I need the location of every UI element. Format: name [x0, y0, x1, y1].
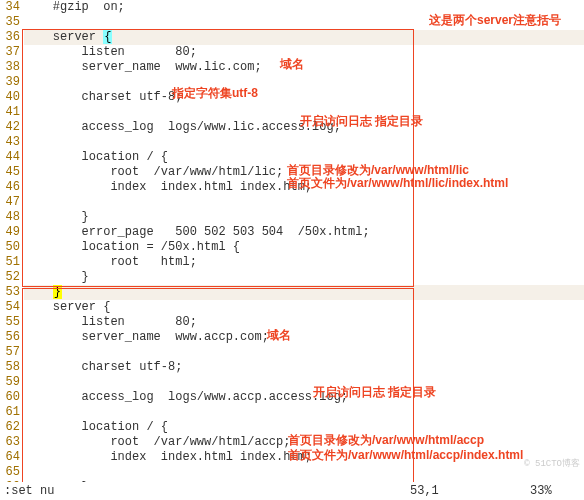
code-line[interactable]	[24, 345, 584, 360]
code-line[interactable]: server_name www.lic.com;	[24, 60, 584, 75]
line-number: 44	[0, 150, 20, 165]
cursor-position: 53,1	[410, 484, 530, 498]
line-number: 63	[0, 435, 20, 450]
line-number: 62	[0, 420, 20, 435]
line-number: 51	[0, 255, 20, 270]
vim-command: :set nu	[4, 484, 410, 498]
code-line[interactable]: root /var/www/html/lic;	[24, 165, 584, 180]
line-number: 35	[0, 15, 20, 30]
code-line[interactable]	[24, 405, 584, 420]
code-line[interactable]: index index.html index.htm;	[24, 450, 584, 465]
line-number: 39	[0, 75, 20, 90]
code-line[interactable]: }	[24, 285, 584, 300]
code-editor[interactable]: 3435363738394041424344454647484950515253…	[0, 0, 584, 500]
line-number: 58	[0, 360, 20, 375]
code-line[interactable]	[24, 15, 584, 30]
code-line[interactable]: server {	[24, 300, 584, 315]
code-line[interactable]	[24, 75, 584, 90]
line-number: 42	[0, 120, 20, 135]
code-line[interactable]: charset utf-8;	[24, 360, 584, 375]
code-line[interactable]: root html;	[24, 255, 584, 270]
line-number: 47	[0, 195, 20, 210]
code-line[interactable]: access_log logs/www.lic.access.log;	[24, 120, 584, 135]
code-line[interactable]: root /var/www/html/accp;	[24, 435, 584, 450]
line-number: 49	[0, 225, 20, 240]
code-line[interactable]: }	[24, 210, 584, 225]
vim-status-bar: :set nu 53,1 33%	[0, 482, 584, 500]
line-number: 50	[0, 240, 20, 255]
line-number: 36	[0, 30, 20, 45]
line-number: 41	[0, 105, 20, 120]
code-line[interactable]: index index.html index.htm;	[24, 180, 584, 195]
line-number-gutter: 3435363738394041424344454647484950515253…	[0, 0, 24, 500]
line-number: 59	[0, 375, 20, 390]
code-line[interactable]: #gzip on;	[24, 0, 584, 15]
code-line[interactable]: charset utf-8;	[24, 90, 584, 105]
line-number: 57	[0, 345, 20, 360]
code-line[interactable]: access_log logs/www.accp.access.log;	[24, 390, 584, 405]
line-number: 43	[0, 135, 20, 150]
scroll-percent: 33%	[530, 484, 580, 498]
line-number: 34	[0, 0, 20, 15]
line-number: 54	[0, 300, 20, 315]
code-line[interactable]	[24, 135, 584, 150]
line-number: 64	[0, 450, 20, 465]
code-line[interactable]: error_page 500 502 503 504 /50x.html;	[24, 225, 584, 240]
code-line[interactable]: location / {	[24, 150, 584, 165]
code-line[interactable]: }	[24, 270, 584, 285]
code-line[interactable]: listen 80;	[24, 315, 584, 330]
line-number: 52	[0, 270, 20, 285]
code-line[interactable]: location / {	[24, 420, 584, 435]
line-number: 38	[0, 60, 20, 75]
line-number: 45	[0, 165, 20, 180]
code-line[interactable]: location = /50x.html {	[24, 240, 584, 255]
code-line[interactable]: listen 80;	[24, 45, 584, 60]
line-number: 53	[0, 285, 20, 300]
code-line[interactable]	[24, 465, 584, 480]
code-line[interactable]: server {	[24, 30, 584, 45]
line-number: 48	[0, 210, 20, 225]
line-number: 46	[0, 180, 20, 195]
code-line[interactable]	[24, 375, 584, 390]
line-number: 40	[0, 90, 20, 105]
code-content[interactable]: #gzip on; server { listen 80; server_nam…	[24, 0, 584, 500]
line-number: 60	[0, 390, 20, 405]
code-line[interactable]	[24, 195, 584, 210]
code-line[interactable]: server_name www.accp.com;	[24, 330, 584, 345]
line-number: 61	[0, 405, 20, 420]
line-number: 56	[0, 330, 20, 345]
line-number: 37	[0, 45, 20, 60]
watermark: © 51CTO博客	[524, 457, 580, 470]
code-line[interactable]	[24, 105, 584, 120]
line-number: 65	[0, 465, 20, 480]
line-number: 55	[0, 315, 20, 330]
